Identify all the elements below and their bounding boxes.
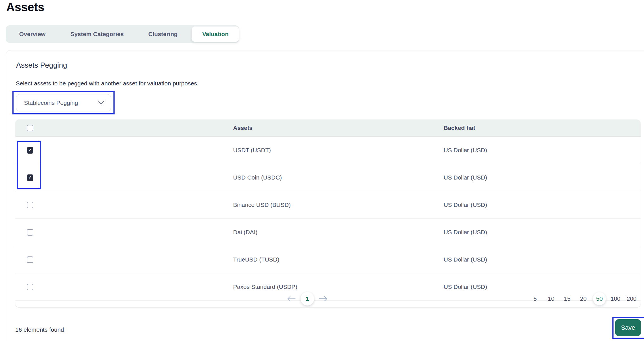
row-checkbox-cell: ✓: [15, 147, 233, 154]
page-size-option-15[interactable]: 15: [561, 292, 574, 305]
fiat-cell: US Dollar (USD): [444, 202, 641, 208]
row-checkbox-cell: [15, 256, 233, 263]
tab-label: Valuation: [202, 31, 229, 37]
tab-label: Clustering: [148, 31, 178, 37]
fiat-cell: US Dollar (USD): [444, 174, 641, 181]
highlight-box-checkboxes: [17, 141, 41, 189]
section-heading: Assets Pegging: [16, 61, 67, 70]
page-size-option-100[interactable]: 100: [609, 292, 622, 305]
page-size-option-10[interactable]: 10: [545, 292, 558, 305]
asset-cell: USD Coin (USDC): [233, 174, 444, 181]
asset-cell: Binance USD (BUSD): [233, 202, 444, 208]
column-header-assets: Assets: [233, 125, 444, 131]
page-size-option-20[interactable]: 20: [577, 292, 590, 305]
tab-valuation[interactable]: Valuation: [192, 26, 239, 42]
tab-label: System Categories: [70, 31, 124, 37]
table-row: ✓ USD Coin (USDC) US Dollar (USD): [15, 164, 641, 191]
fiat-cell: US Dollar (USD): [444, 147, 641, 154]
current-page-button[interactable]: 1: [301, 292, 314, 305]
highlight-box-dropdown: [12, 91, 115, 114]
table-body: ✓ USDT (USDT) US Dollar (USD) ✓ USD Coin…: [15, 137, 641, 301]
row-checkbox[interactable]: [27, 202, 33, 208]
row-checkbox-cell: [15, 229, 233, 236]
pagination: 1: [286, 292, 329, 305]
assets-valuation-page: Assets Overview System Categories Cluste…: [0, 0, 644, 341]
asset-cell: TrueUSD (TUSD): [233, 256, 444, 263]
assets-table: Assets Backed fiat ✓ USDT (USDT) US Doll…: [15, 119, 641, 307]
row-checkbox-cell: ✓: [15, 174, 233, 181]
row-checkbox-cell: [15, 284, 233, 290]
row-checkbox-cell: [15, 202, 233, 208]
row-checkbox[interactable]: [27, 229, 33, 236]
page-size-option-200[interactable]: 200: [625, 292, 638, 305]
header-checkbox-cell: [15, 125, 233, 131]
fiat-cell: US Dollar (USD): [444, 284, 641, 290]
asset-cell: Paxos Standard (USDP): [233, 284, 444, 290]
table-row: Binance USD (BUSD) US Dollar (USD): [15, 191, 641, 219]
save-button[interactable]: Save: [615, 319, 641, 336]
tab-system-categories[interactable]: System Categories: [70, 31, 124, 37]
column-header-backed-fiat: Backed fiat: [444, 125, 641, 131]
fiat-cell: US Dollar (USD): [444, 229, 641, 236]
elements-found-text: 16 elements found: [15, 326, 64, 333]
tab-label: Overview: [19, 31, 45, 37]
select-all-checkbox[interactable]: [27, 125, 33, 131]
asset-cell: USDT (USDT): [233, 147, 444, 154]
page-size-options: 510152050100200: [529, 292, 638, 305]
row-checkbox[interactable]: [27, 284, 33, 290]
table-row: ✓ USDT (USDT) US Dollar (USD): [15, 137, 641, 164]
row-checkbox[interactable]: [27, 256, 33, 263]
section-description: Select assets to be pegged with another …: [16, 80, 199, 87]
table-row: TrueUSD (TUSD) US Dollar (USD): [15, 246, 641, 273]
tab-bar: Overview System Categories Clustering Va…: [6, 25, 239, 43]
page-title: Assets: [6, 1, 44, 14]
tab-overview[interactable]: Overview: [19, 31, 45, 37]
page-size-option-50[interactable]: 50: [593, 292, 606, 305]
asset-cell: Dai (DAI): [233, 229, 444, 236]
previous-page-arrow-icon[interactable]: [286, 295, 297, 302]
page-size-option-5[interactable]: 5: [529, 292, 542, 305]
tab-clustering[interactable]: Clustering: [148, 31, 178, 37]
table-header-row: Assets Backed fiat: [15, 119, 641, 137]
fiat-cell: US Dollar (USD): [444, 256, 641, 263]
table-row: Dai (DAI) US Dollar (USD): [15, 219, 641, 246]
next-page-arrow-icon[interactable]: [318, 295, 329, 302]
